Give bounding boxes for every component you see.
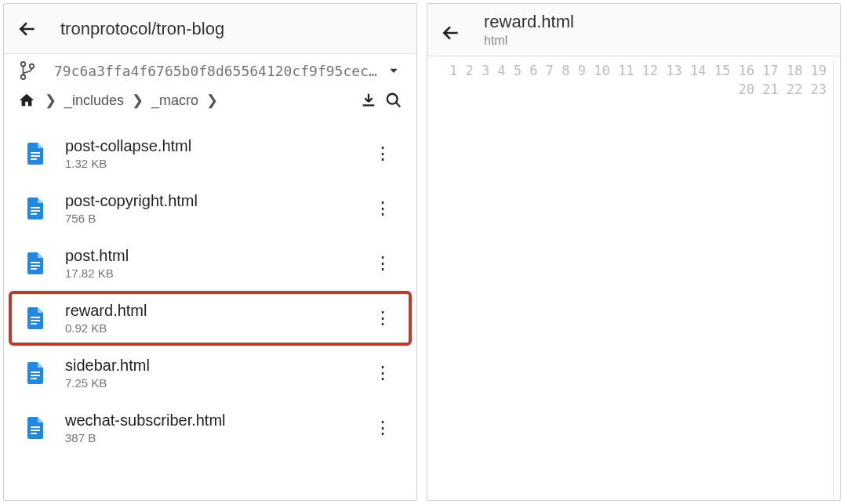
file-item[interactable]: wechat-subscriber.html387 B⋮ xyxy=(9,401,412,455)
file-more-button[interactable]: ⋮ xyxy=(369,150,396,158)
svg-marker-4 xyxy=(390,69,397,73)
code-content: {% if site.alipay or site.wechatpay %} <… xyxy=(834,61,840,500)
file-item[interactable]: sidebar.html7.25 KB⋮ xyxy=(9,346,412,401)
file-size: 0.92 KB xyxy=(65,321,369,335)
svg-rect-13 xyxy=(31,213,37,215)
code-viewer-pane: reward.html html 1 2 3 4 5 6 7 8 9 10 11… xyxy=(427,3,841,501)
file-icon-wrap xyxy=(24,417,46,439)
commit-dropdown[interactable] xyxy=(384,65,404,76)
file-name: post-collapse.html xyxy=(65,137,369,155)
svg-rect-15 xyxy=(31,265,40,267)
chevron-down-icon xyxy=(388,65,399,76)
breadcrumb-sep: ❯ xyxy=(129,92,147,109)
svg-rect-10 xyxy=(31,158,37,160)
file-meta: wechat-subscriber.html387 B xyxy=(65,412,369,444)
svg-rect-14 xyxy=(31,262,40,263)
svg-rect-22 xyxy=(31,378,37,379)
file-more-button[interactable]: ⋮ xyxy=(369,259,396,267)
svg-point-2 xyxy=(21,75,26,80)
svg-rect-24 xyxy=(31,430,40,431)
file-meta: post-collapse.html1.32 KB xyxy=(65,137,369,170)
file-size: 387 B xyxy=(65,431,369,444)
branch-icon[interactable] xyxy=(16,60,38,81)
svg-point-1 xyxy=(21,62,26,67)
file-icon-wrap xyxy=(24,362,46,384)
file-size: 1.32 KB xyxy=(65,157,369,170)
svg-rect-12 xyxy=(31,210,40,212)
file-icon-wrap xyxy=(24,307,46,329)
search-button[interactable] xyxy=(384,90,404,111)
file-icon xyxy=(26,143,45,165)
file-item[interactable]: post-copyright.html756 B⋮ xyxy=(9,181,412,236)
file-more-button[interactable]: ⋮ xyxy=(369,205,396,212)
svg-rect-9 xyxy=(31,155,40,157)
file-more-button[interactable]: ⋮ xyxy=(369,424,396,432)
svg-point-6 xyxy=(387,94,398,104)
commit-row: 79c6a3ffa4f6765b0f8d65564120cf9f95cece36 xyxy=(4,54,416,84)
file-icon xyxy=(26,252,45,274)
file-name: sidebar.html xyxy=(65,357,369,375)
svg-rect-21 xyxy=(31,375,40,376)
svg-rect-18 xyxy=(31,320,40,321)
file-name: post-copyright.html xyxy=(65,192,369,210)
file-more-button[interactable]: ⋮ xyxy=(369,314,396,322)
svg-rect-16 xyxy=(31,268,37,270)
file-meta: post.html17.82 KB xyxy=(65,247,369,280)
breadcrumb-row: ❯ _includes ❯ _macro ❯ xyxy=(4,84,416,123)
file-meta: reward.html0.92 KB xyxy=(65,302,369,335)
file-list: post-collapse.html1.32 KB⋮post-copyright… xyxy=(4,123,416,500)
svg-rect-19 xyxy=(31,323,37,325)
svg-rect-11 xyxy=(31,207,40,208)
toolbar: tronprotocol/tron-blog xyxy=(4,4,416,54)
svg-line-7 xyxy=(396,103,401,107)
file-title: reward.html xyxy=(484,12,574,32)
file-item[interactable]: reward.html0.92 KB⋮ xyxy=(9,291,412,346)
file-icon-wrap xyxy=(24,143,46,165)
file-icon xyxy=(26,198,45,219)
toolbar: reward.html html xyxy=(427,4,840,56)
svg-rect-17 xyxy=(31,317,40,318)
breadcrumb-item[interactable]: _macro xyxy=(151,92,198,109)
file-size: 756 B xyxy=(65,212,369,225)
file-icon-wrap xyxy=(24,252,46,274)
home-icon xyxy=(18,92,35,109)
file-name: wechat-subscriber.html xyxy=(65,412,369,430)
file-more-button[interactable]: ⋮ xyxy=(369,369,396,377)
back-button[interactable] xyxy=(440,22,462,44)
line-numbers: 1 2 3 4 5 6 7 8 9 10 11 12 13 14 15 16 1… xyxy=(427,61,834,500)
breadcrumb-sep: ❯ xyxy=(42,92,60,109)
svg-rect-23 xyxy=(31,426,40,428)
back-button[interactable] xyxy=(16,18,38,40)
file-meta: sidebar.html7.25 KB xyxy=(65,357,369,390)
code-area[interactable]: 1 2 3 4 5 6 7 8 9 10 11 12 13 14 15 16 1… xyxy=(427,56,840,500)
file-name: post.html xyxy=(65,247,369,265)
home-button[interactable] xyxy=(16,90,37,111)
file-icon xyxy=(26,362,45,384)
search-icon xyxy=(385,92,402,109)
svg-rect-25 xyxy=(31,433,37,434)
file-icon-wrap xyxy=(24,198,46,219)
file-browser-pane: tronprotocol/tron-blog 79c6a3ffa4f6765b0… xyxy=(3,3,417,501)
svg-rect-20 xyxy=(31,372,40,373)
breadcrumb-sep: ❯ xyxy=(203,92,221,109)
download-icon xyxy=(360,92,377,109)
file-item[interactable]: post.html17.82 KB⋮ xyxy=(9,236,412,291)
arrow-left-icon xyxy=(441,23,461,43)
commit-hash[interactable]: 79c6a3ffa4f6765b0f8d65564120cf9f95cece36 xyxy=(54,63,384,79)
repo-title: tronprotocol/tron-blog xyxy=(60,19,224,39)
breadcrumb-item[interactable]: _includes xyxy=(64,92,124,109)
file-meta: post-copyright.html756 B xyxy=(65,192,369,225)
arrow-left-icon xyxy=(17,19,38,39)
svg-rect-8 xyxy=(31,152,40,154)
file-size: 17.82 KB xyxy=(65,267,369,280)
download-button[interactable] xyxy=(358,90,379,111)
file-item[interactable]: post-collapse.html1.32 KB⋮ xyxy=(9,126,412,181)
file-icon xyxy=(26,307,45,329)
file-icon xyxy=(26,417,45,439)
svg-point-3 xyxy=(30,64,35,69)
file-name: reward.html xyxy=(65,302,369,320)
file-size: 7.25 KB xyxy=(65,376,369,390)
file-subtitle: html xyxy=(484,34,574,48)
